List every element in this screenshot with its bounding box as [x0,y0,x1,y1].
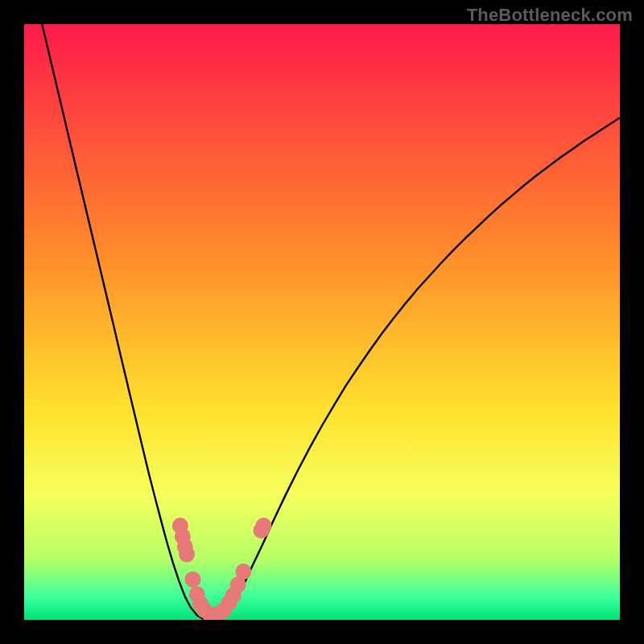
data-marker [235,564,251,580]
plot-area [24,24,620,620]
data-marker [255,518,271,534]
bottleneck-chart [24,24,620,620]
chart-frame: TheBottleneck.com [0,0,644,644]
data-marker [179,547,195,563]
data-marker [184,572,200,588]
attribution-label: TheBottleneck.com [467,5,633,26]
